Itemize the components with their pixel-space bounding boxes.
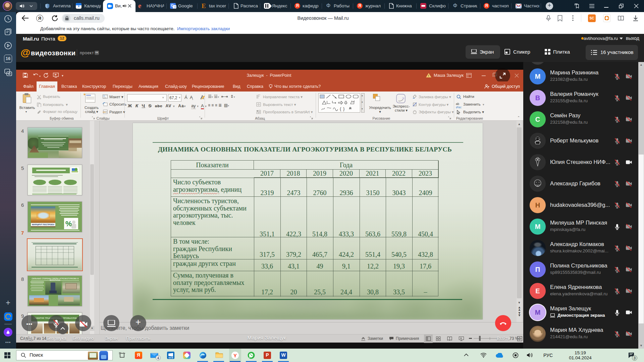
- svg-text:}: }: [343, 106, 345, 111]
- svg-text:{: {: [340, 106, 341, 111]
